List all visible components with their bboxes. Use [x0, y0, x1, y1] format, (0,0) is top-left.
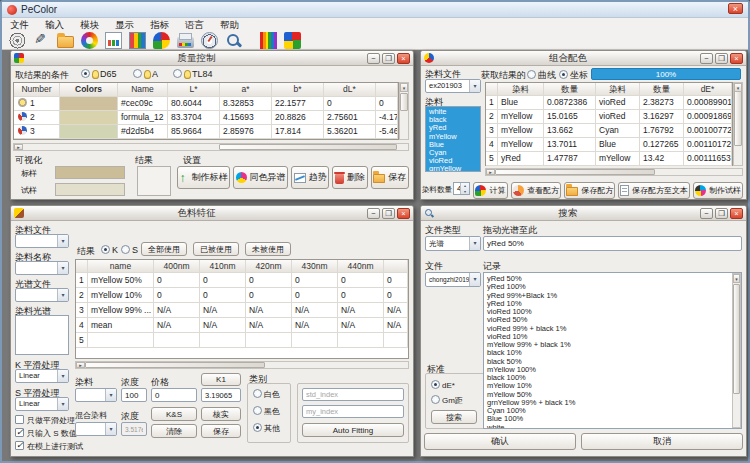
record-item[interactable]: white: [484, 424, 741, 430]
table-row[interactable]: 2mYellow15.0165vioRed3.162970.000918694: [486, 110, 732, 124]
metamerism-button[interactable]: 同色异谱: [233, 166, 288, 189]
menu-item[interactable]: 指标: [142, 18, 177, 31]
table-row[interactable]: 2mYellow 10%000000: [76, 288, 408, 303]
dye-count-spinner[interactable]: 4: [453, 182, 470, 195]
k-smooth-select[interactable]: Linear: [15, 369, 69, 383]
save-button[interactable]: 保存: [201, 424, 241, 438]
black-radio[interactable]: 黑色: [253, 406, 280, 417]
mosaic-icon[interactable]: [284, 32, 301, 49]
scroll-right-icon[interactable]: [486, 169, 495, 175]
color-table-icon[interactable]: [129, 32, 146, 49]
col-header[interactable]: 440nm: [338, 260, 384, 272]
color-wheel-icon[interactable]: [81, 32, 98, 49]
matching-table[interactable]: 染料 数量 染料 数量 dE* 1Blue0.0872386vioRed2.38…: [485, 82, 733, 166]
illuminant-a-radio[interactable]: A: [133, 69, 158, 79]
minimize-icon[interactable]: −: [700, 53, 713, 64]
table-row[interactable]: 5yRed1.47787mYellow13.420.00111653: [486, 152, 732, 166]
test-on-film-checkbox[interactable]: 在模上进行测试: [15, 441, 83, 452]
white-radio[interactable]: 白色: [253, 389, 280, 400]
record-item[interactable]: mYellow 99% + black 1%: [484, 341, 741, 349]
save-recipe-button[interactable]: 保存配方: [564, 182, 615, 199]
maximize-icon[interactable]: ❐: [382, 208, 395, 219]
dye-spectrum-listbox[interactable]: [15, 315, 69, 355]
dye-select[interactable]: [75, 388, 117, 402]
spectrum-file-select[interactable]: [15, 288, 69, 302]
illuminant-d65-radio[interactable]: D65: [81, 69, 117, 79]
close-icon[interactable]: ×: [397, 53, 410, 64]
col-header[interactable]: Colors: [60, 83, 118, 96]
panel-title-bar[interactable]: 质量控制 − ❐ ×: [11, 51, 413, 66]
clear-button[interactable]: 清除: [151, 424, 197, 438]
s-smooth-select[interactable]: Linear: [15, 397, 69, 411]
vertical-scrollbar[interactable]: [732, 273, 741, 428]
menu-item[interactable]: 显示: [107, 18, 142, 31]
record-item[interactable]: Blue 100%: [484, 415, 741, 423]
close-icon[interactable]: ×: [730, 208, 743, 219]
col-header[interactable]: 400nm: [154, 260, 200, 272]
vertical-scrollbar[interactable]: [733, 82, 743, 166]
used-button[interactable]: 已被使用: [193, 242, 239, 256]
col-header[interactable]: 数量: [640, 83, 684, 95]
minimize-icon[interactable]: −: [700, 208, 713, 219]
s-only-checkbox[interactable]: 只输入 S 数值: [15, 428, 77, 439]
search-button[interactable]: 搜索: [431, 410, 477, 424]
table-row[interactable]: 4meanN/AN/AN/AN/AN/AN/A: [76, 318, 408, 333]
dye-name-select[interactable]: [15, 261, 69, 275]
scroll-down-icon[interactable]: [734, 83, 742, 92]
menu-item[interactable]: 文件: [2, 18, 37, 31]
save-recipe-text-button[interactable]: 保存配方至文本: [618, 182, 689, 199]
coordinate-radio[interactable]: 坐标: [559, 69, 588, 82]
folder-icon[interactable]: [57, 36, 74, 48]
menu-item[interactable]: 模块: [72, 18, 107, 31]
k1-button[interactable]: K1: [201, 373, 241, 386]
dye-file-select[interactable]: ex201903: [425, 79, 481, 93]
window-close-button[interactable]: ×: [728, 3, 743, 14]
other-radio[interactable]: 其他: [253, 423, 280, 434]
unused-button[interactable]: 未被使用: [245, 242, 291, 256]
spinner-arrows-icon[interactable]: [460, 183, 469, 194]
stylus-icon[interactable]: [33, 32, 50, 49]
scroll-down-icon[interactable]: [400, 83, 408, 92]
my-index-input[interactable]: [302, 405, 404, 418]
col-header[interactable]: Number: [14, 83, 60, 96]
table-row[interactable]: 3mYellow13.662Cyan1.767920.00100772: [486, 124, 732, 138]
quality-table[interactable]: Number Colors Name L* a* b* dL* 1 #cec09…: [13, 82, 399, 140]
record-item[interactable]: black 10%: [484, 349, 741, 357]
col-header[interactable]: name: [88, 260, 154, 272]
mix-dye-select[interactable]: [75, 422, 117, 436]
scrollbar-thumb[interactable]: [219, 144, 397, 150]
make-standard-button[interactable]: 制作标样: [177, 166, 230, 189]
chart-doc-icon[interactable]: [105, 32, 122, 49]
dye-file-select[interactable]: [15, 234, 69, 248]
col-header[interactable]: 数量: [544, 83, 596, 95]
maximize-icon[interactable]: ❐: [382, 53, 395, 64]
menu-item[interactable]: 帮助: [212, 18, 247, 31]
color-print-icon[interactable]: [177, 37, 194, 48]
col-header[interactable]: 430nm: [292, 260, 338, 272]
col-header[interactable]: 410nm: [200, 260, 246, 272]
confirm-button[interactable]: 确认: [424, 433, 576, 450]
menu-item[interactable]: 语言: [177, 18, 212, 31]
scrollbar-thumb[interactable]: [400, 93, 408, 111]
dye-list[interactable]: whiteblackyRedmYellowBlueCyanvioRedgrnYe…: [425, 106, 481, 172]
table-row[interactable]: 1 #cec09c 80.6044 8.32853 22.1577 0 0: [14, 97, 398, 111]
k-radio[interactable]: K: [101, 245, 118, 255]
horizontal-scrollbar[interactable]: [13, 143, 409, 151]
gauge-icon[interactable]: [201, 32, 218, 49]
search-icon[interactable]: [225, 32, 242, 49]
conc-input[interactable]: [121, 388, 147, 402]
close-icon[interactable]: ×: [397, 208, 410, 219]
use-all-button[interactable]: 全部使用: [141, 242, 187, 256]
col-header[interactable]: 染料: [596, 83, 640, 95]
table-row[interactable]: 3mYellow 99% ...N/AN/AN/AN/AN/AN/A: [76, 303, 408, 318]
calculate-button[interactable]: 计算: [473, 182, 508, 199]
smooth-only-checkbox[interactable]: 只做平滑处理: [15, 415, 75, 426]
std-index-input[interactable]: [302, 388, 404, 401]
verify-button[interactable]: 核实: [201, 407, 241, 421]
col-header[interactable]: dL*: [324, 83, 376, 96]
records-listbox[interactable]: yRed 50%yRed 100%yRed 99%+Black 1%yRed 1…: [483, 272, 742, 429]
view-recipe-button[interactable]: 查看配方: [511, 182, 561, 199]
table-row[interactable]: 3 #d2d5b4 85.9664 2.85976 17.814 5.36201…: [14, 125, 398, 139]
file-select[interactable]: chongzhi20190: [425, 272, 481, 287]
scroll-down-icon[interactable]: [733, 274, 740, 283]
